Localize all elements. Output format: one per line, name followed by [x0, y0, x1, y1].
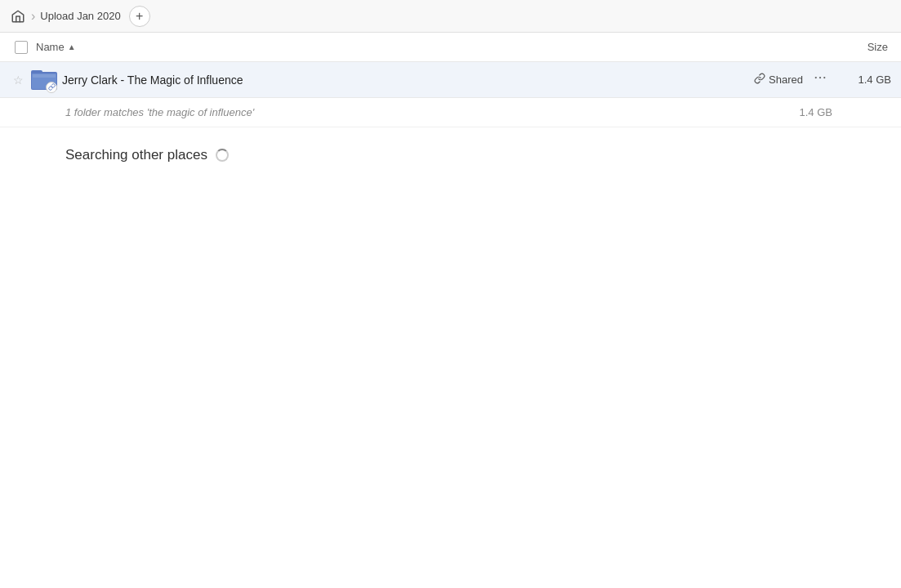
file-name: Jerry Clark - The Magic of Influence: [62, 74, 754, 87]
select-all-checkbox[interactable]: [15, 41, 28, 54]
column-size-header: Size: [829, 41, 894, 53]
row-actions: Shared: [754, 70, 831, 89]
file-size: 1.4 GB: [837, 74, 894, 86]
svg-point-5: [819, 77, 821, 78]
home-button[interactable]: [7, 5, 29, 28]
loading-spinner: [216, 149, 229, 162]
folder-icon-container: [29, 65, 59, 95]
add-tab-button[interactable]: +: [129, 6, 150, 27]
column-headers: Name ▲ Size: [0, 33, 901, 62]
svg-point-4: [815, 77, 817, 78]
svg-point-6: [823, 77, 825, 78]
shared-label-text: Shared: [769, 74, 803, 86]
header-bar: › Upload Jan 2020 +: [0, 0, 901, 33]
searching-section: Searching other places: [0, 127, 901, 183]
folder-badge-icon: [46, 82, 57, 93]
searching-label: Searching other places: [65, 147, 207, 163]
select-all-checkbox-col: [7, 41, 36, 54]
column-name-header[interactable]: Name ▲: [36, 41, 829, 53]
breadcrumb-tab-label[interactable]: Upload Jan 2020: [37, 10, 123, 22]
sort-arrow-icon: ▲: [68, 42, 76, 51]
more-options-button[interactable]: [810, 70, 831, 89]
match-info-size: 1.4 GB: [800, 106, 836, 118]
svg-rect-3: [33, 74, 56, 78]
match-info-row: 1 folder matches 'the magic of influence…: [0, 98, 901, 127]
link-icon: [754, 73, 765, 87]
match-info-text: 1 folder matches 'the magic of influence…: [65, 106, 800, 118]
file-row[interactable]: ☆ Jerry Clark - The Magic of Influence: [0, 62, 901, 98]
breadcrumb-separator: ›: [31, 9, 35, 24]
shared-status: Shared: [754, 73, 803, 87]
star-icon[interactable]: ☆: [7, 74, 29, 87]
